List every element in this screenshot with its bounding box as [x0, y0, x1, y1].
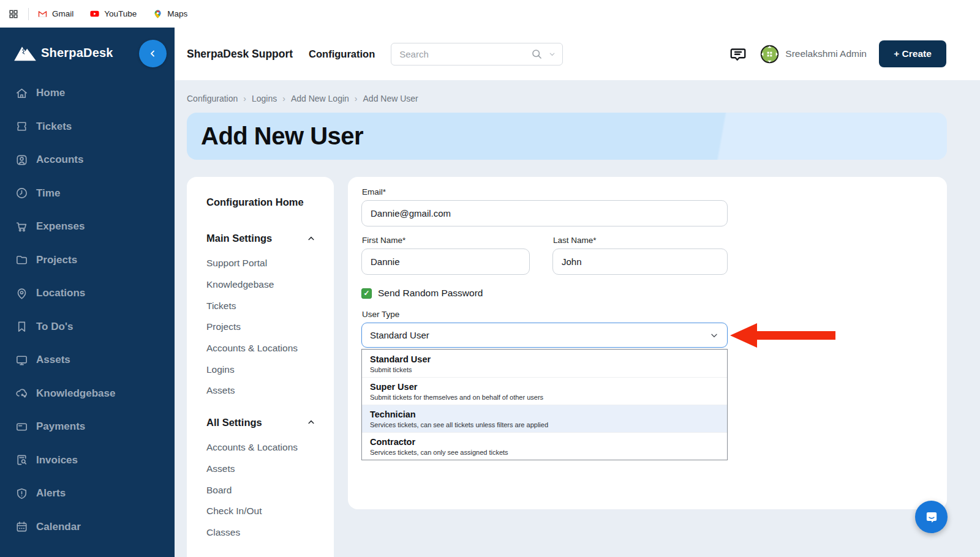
config-item-support-portal[interactable]: Support Portal — [206, 253, 334, 274]
config-item-assets[interactable]: Assets — [206, 458, 334, 480]
user-type-option-standard-user[interactable]: Standard User Submit tickets — [362, 350, 727, 377]
sidebar-item-todos[interactable]: To Do's — [0, 310, 175, 344]
send-random-password-checkbox[interactable]: ✓ — [361, 288, 372, 299]
user-type-option-super-user[interactable]: Super User Submit tickets for themselves… — [362, 377, 727, 405]
config-item-accounts-locations[interactable]: Accounts & Locations — [206, 338, 334, 359]
config-menu-home[interactable]: Configuration Home — [206, 196, 334, 208]
invoices-icon — [15, 453, 29, 467]
sidebar-item-payments[interactable]: Payments — [0, 410, 175, 444]
user-type-select[interactable]: Standard User — [361, 323, 728, 348]
send-random-password-row[interactable]: ✓ Send Random Password — [361, 288, 933, 299]
send-random-password-label: Send Random Password — [378, 288, 483, 299]
payments-icon — [15, 420, 29, 434]
config-item-classes[interactable]: Classes — [206, 522, 334, 544]
config-item-knowledgebase[interactable]: Knowledgebase — [206, 274, 334, 296]
todos-icon — [15, 320, 29, 334]
sidebar-item-accounts[interactable]: Accounts — [0, 143, 175, 177]
user-type-option-technician[interactable]: Technician Services tickets, can see all… — [362, 405, 727, 432]
sidebar-item-label: Alerts — [36, 487, 66, 499]
sidebar-item-assets[interactable]: Assets — [0, 343, 175, 377]
chat-bubble-icon — [924, 509, 940, 525]
mountain-logo-icon — [13, 43, 37, 62]
logo-text: SherpaDesk — [41, 46, 113, 60]
user-type-option-contractor[interactable]: Contractor Services tickets, can only se… — [362, 432, 727, 460]
search-box — [391, 43, 563, 65]
sidebar-item-tickets[interactable]: Tickets — [0, 110, 175, 144]
sidebar-item-label: Invoices — [36, 454, 78, 466]
email-field[interactable] — [361, 200, 728, 226]
bookmark-gmail[interactable]: Gmail — [37, 9, 74, 19]
user-type-selected-value: Standard User — [370, 330, 429, 340]
youtube-icon — [89, 9, 100, 19]
sidebar-item-expenses[interactable]: Expenses — [0, 210, 175, 244]
search-chevron-down-icon[interactable] — [548, 50, 556, 58]
sidebar-item-knowledgebase[interactable]: Knowledgebase — [0, 377, 175, 411]
config-section-all-settings[interactable]: All Settings — [206, 417, 315, 428]
messages-icon[interactable] — [729, 45, 747, 63]
page-title: Add New User — [201, 122, 363, 150]
sidebar-collapse-button[interactable] — [139, 40, 167, 67]
sidebar-nav: Home Tickets Accounts Time — [0, 77, 175, 544]
sidebar-item-label: Accounts — [36, 154, 83, 166]
accounts-icon — [15, 153, 29, 167]
first-name-field[interactable] — [361, 249, 530, 275]
create-button[interactable]: + Create — [879, 40, 946, 67]
annotation-arrow — [730, 323, 835, 348]
gmail-icon — [37, 9, 48, 19]
breadcrumb-add-new-user[interactable]: Add New User — [355, 94, 418, 103]
sidebar-item-locations[interactable]: Locations — [0, 277, 175, 310]
config-item-board[interactable]: Board — [206, 479, 334, 501]
user-menu[interactable]: Sreelakshmi Admin — [760, 44, 867, 64]
sidebar-item-time[interactable]: Time — [0, 177, 175, 211]
option-description: Services tickets, can only see assigned … — [370, 449, 719, 456]
config-item-assets[interactable]: Assets — [206, 380, 334, 402]
last-name-field[interactable] — [552, 249, 728, 275]
chevron-up-icon — [307, 234, 315, 243]
home-icon — [15, 86, 29, 100]
bookmark-label: Gmail — [52, 9, 74, 18]
chevron-down-icon — [709, 331, 719, 340]
sidebar-item-projects[interactable]: Projects — [0, 244, 175, 277]
user-type-label: User Type — [362, 310, 933, 319]
browser-bookmarks-bar: Gmail YouTube Maps — [0, 0, 980, 28]
search-input[interactable] — [399, 49, 526, 59]
sidebar-item-label: Expenses — [36, 220, 85, 233]
chevron-left-icon — [148, 49, 157, 58]
projects-icon — [15, 253, 29, 267]
sidebar-item-calendar[interactable]: Calendar — [0, 510, 175, 544]
bookmark-youtube[interactable]: YouTube — [89, 9, 137, 19]
main-sidebar: SherpaDesk Home Tickets — [0, 28, 175, 557]
section-title: Main Settings — [206, 233, 272, 244]
breadcrumb: Configuration Logins Add New Login Add N… — [187, 94, 418, 103]
chat-launcher-button[interactable] — [915, 501, 948, 533]
sidebar-item-alerts[interactable]: Alerts — [0, 477, 175, 510]
bookmark-label: Maps — [167, 9, 187, 18]
time-icon — [15, 186, 29, 200]
sidebar-item-label: Time — [36, 187, 60, 200]
main-settings-items: Support PortalKnowledgebaseTicketsProjec… — [206, 253, 334, 402]
bookmark-maps[interactable]: Maps — [153, 9, 187, 19]
knowledgebase-icon — [15, 386, 29, 400]
config-item-accounts-locations[interactable]: Accounts & Locations — [206, 437, 334, 458]
alerts-icon — [15, 487, 29, 501]
sidebar-item-invoices[interactable]: Invoices — [0, 444, 175, 477]
config-item-logins[interactable]: Logins — [206, 359, 334, 380]
config-item-projects[interactable]: Projects — [206, 316, 334, 338]
email-label: Email* — [362, 187, 933, 196]
config-section-main-settings[interactable]: Main Settings — [206, 233, 315, 244]
config-item-check-in-out[interactable]: Check In/Out — [206, 501, 334, 522]
sidebar-item-home[interactable]: Home — [0, 77, 175, 110]
config-item-tickets[interactable]: Tickets — [206, 295, 334, 316]
apps-grid-icon[interactable] — [7, 8, 20, 20]
expenses-icon — [15, 220, 29, 234]
sidebar-item-label: Locations — [36, 287, 85, 299]
breadcrumb-configuration[interactable]: Configuration — [187, 94, 238, 103]
page-content: Configuration Logins Add New Login Add N… — [175, 80, 980, 557]
nav-configuration[interactable]: Configuration — [309, 48, 375, 60]
breadcrumb-logins[interactable]: Logins — [243, 94, 277, 103]
first-name-label: First Name* — [362, 236, 530, 245]
breadcrumb-add-new-login[interactable]: Add New Login — [282, 94, 349, 103]
configuration-menu: Configuration Home Main Settings Support… — [187, 177, 334, 557]
last-name-label: Last Name* — [553, 236, 728, 245]
search-icon[interactable] — [530, 48, 543, 61]
